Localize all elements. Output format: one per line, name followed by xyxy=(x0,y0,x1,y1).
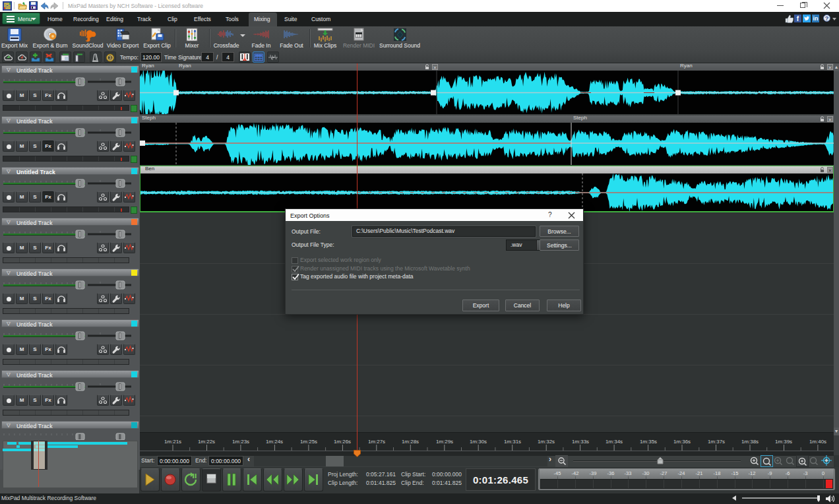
svg-text:3: 3 xyxy=(109,55,111,60)
